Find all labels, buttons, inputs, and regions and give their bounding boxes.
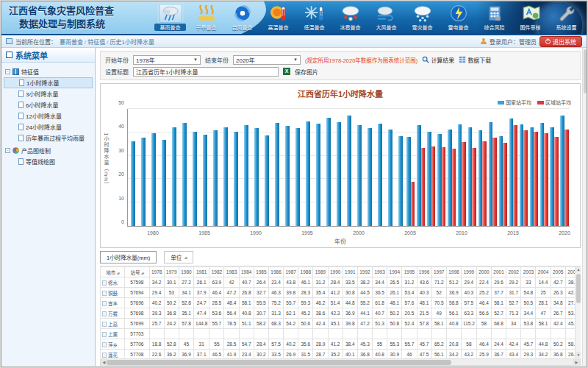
col-header-year[interactable]: 1998 — [446, 267, 461, 277]
bar-国家站平均-1978 — [131, 141, 135, 226]
expander-icon[interactable]: - — [5, 69, 10, 74]
legend-item[interactable]: 区域站平均 — [537, 99, 571, 106]
page-scroll-thumb[interactable] — [584, 49, 587, 93]
expander-icon[interactable]: - — [5, 148, 10, 153]
table-row[interactable]: 宜丰5769640.250.252.824.728.548.458.155.57… — [101, 298, 581, 308]
nav-item-wrench[interactable]: 系统设置 — [551, 3, 582, 32]
scroll-down-icon[interactable]: ▼ — [576, 352, 581, 358]
table-row[interactable]: 萍乡5770618.852.845315528.554.728.457.540.… — [101, 339, 581, 350]
value-cell — [506, 329, 521, 339]
chart-title-input[interactable] — [133, 67, 279, 77]
col-header-year[interactable]: 1983 — [224, 267, 239, 277]
col-header-year[interactable]: 2001 — [492, 267, 506, 277]
col-header-year[interactable]: 1981 — [194, 267, 209, 277]
v-scroll-thumb[interactable] — [576, 274, 581, 303]
col-header-year[interactable]: 1980 — [179, 267, 193, 277]
col-header-year[interactable]: 1982 — [209, 267, 224, 277]
col-header-year[interactable]: 1990 — [328, 267, 343, 277]
nav-item-lightning[interactable]: 雷电普查 — [442, 3, 474, 32]
col-header-year[interactable]: 1992 — [357, 267, 372, 277]
col-header-year[interactable]: 1984 — [239, 267, 254, 277]
col-header-year[interactable]: 2000 — [476, 267, 491, 277]
sidebar-item-12小时降水量[interactable]: 12小时降水量 — [4, 110, 93, 121]
nav-item-wind[interactable]: 大风普查 — [370, 3, 402, 32]
h-scroll-thumb[interactable] — [107, 360, 451, 365]
col-header-year[interactable]: 1997 — [431, 267, 446, 277]
nav-item-hail[interactable]: 冰雹普查 — [334, 3, 366, 32]
nav-item-low-temp[interactable]: 低温普查 — [298, 3, 330, 32]
station-name-cell[interactable]: 修水 — [101, 277, 125, 288]
col-header-year[interactable]: 1993 — [373, 267, 387, 277]
col-header-year[interactable]: 1994 — [387, 267, 402, 277]
col-header-year[interactable]: 2005 — [551, 267, 565, 277]
scroll-up-icon[interactable]: ▲ — [576, 266, 581, 272]
end-year-select[interactable]: 2020年▼ — [233, 55, 301, 65]
table-row[interactable]: 莲花5770822.636.236.937.146.541.923.430.23… — [101, 350, 581, 358]
col-header-year[interactable]: 1978 — [149, 267, 164, 277]
col-header-year[interactable]: 1989 — [313, 267, 328, 277]
table-row[interactable]: 上栗57703 — [101, 329, 581, 339]
col-header-year[interactable]: 1986 — [268, 267, 283, 277]
tree-group-特征值[interactable]: -特征值 — [4, 66, 93, 77]
calculate-button[interactable]: 计算结果 — [422, 56, 454, 64]
table-horizontal-scrollbar[interactable]: ◀ ▶ — [100, 358, 581, 366]
station-name-cell[interactable]: 万载 — [101, 308, 125, 319]
col-header-year[interactable]: 2003 — [521, 267, 536, 277]
breadcrumb-item[interactable]: 暴雨普查 — [60, 39, 83, 46]
year-slot-2017 — [528, 109, 539, 226]
nav-item-drought[interactable]: 干旱普查 — [190, 3, 222, 32]
sidebar-item-3小时降水量[interactable]: 3小时降水量 — [4, 88, 93, 99]
table-row[interactable]: 铜鼓5769429.45334.137.946.447.226.832.746.… — [101, 288, 581, 298]
col-header-year[interactable]: 1979 — [164, 267, 179, 277]
station-name-cell[interactable]: 上高 — [101, 319, 125, 329]
sidebar-item-24小时降水量[interactable]: 24小时降水量 — [4, 121, 93, 132]
col-header-city[interactable]: 地市 ▴▾ — [101, 267, 125, 277]
col-header-year[interactable]: 1996 — [417, 267, 431, 277]
unit-dropdown[interactable]: 单位 ▴▾ — [164, 251, 193, 263]
sidebar-item-历年暴雨过程平均雨量[interactable]: 历年暴雨过程平均雨量 — [4, 132, 93, 144]
nav-item-snow[interactable]: 雪灾普查 — [406, 3, 438, 32]
station-name-cell[interactable]: 上栗 — [101, 329, 125, 339]
col-header-year[interactable]: 1995 — [402, 267, 417, 277]
breadcrumb-item[interactable]: 特征值 — [87, 39, 105, 46]
sidebar-item-6小时降水量[interactable]: 6小时降水量 — [4, 99, 93, 110]
nav-item-map[interactable]: 图件审核 — [514, 3, 546, 32]
nav-item-high-temp[interactable]: 高温普查 — [262, 3, 294, 32]
table-row[interactable]: 修水5759834.230.127.226.163.94240.726.423.… — [101, 277, 581, 288]
station-name-cell[interactable]: 宜丰 — [101, 298, 125, 308]
col-header-year[interactable]: 1991 — [343, 267, 357, 277]
scroll-right-icon[interactable]: ▶ — [573, 359, 580, 366]
station-name-cell[interactable]: 萍乡 — [101, 339, 125, 350]
year-slot-2008 — [437, 109, 447, 226]
col-header-year[interactable]: 1985 — [254, 267, 268, 277]
tree-group-产品图绘制[interactable]: -产品图绘制 — [4, 145, 93, 156]
col-header-year[interactable]: 2002 — [506, 267, 521, 277]
nav-item-typhoon[interactable]: 台风普查 — [226, 3, 258, 32]
value-cell: 57.8 — [179, 319, 193, 329]
table-row[interactable]: 上高5769925.724.257.8144.855.778.551.158.2… — [101, 319, 581, 329]
sidebar-item-等值线绘图[interactable]: 等值线绘图 — [4, 156, 93, 167]
nav-item-rainstorm[interactable]: 暴雨普查 — [154, 3, 186, 32]
breadcrumb-item[interactable]: 历史1小时降水量 — [110, 39, 154, 46]
col-header-year[interactable]: 2004 — [536, 267, 551, 277]
col-header-year[interactable]: 1999 — [461, 267, 476, 277]
page-scrollbar[interactable] — [582, 48, 587, 366]
year-slot-1992 — [272, 109, 282, 226]
legend-item[interactable]: 国家站平均 — [498, 99, 531, 106]
col-header-year[interactable]: 1988 — [298, 267, 313, 277]
nav-item-calculator[interactable]: 综合风险 — [478, 3, 510, 32]
col-header-year[interactable]: 1987 — [284, 267, 298, 277]
col-header-station[interactable]: 站号 ▴▾ — [125, 267, 149, 277]
save-image-button[interactable]: 保存图片 — [295, 68, 318, 76]
station-name-cell[interactable]: 铜鼓 — [101, 288, 125, 298]
start-year-select[interactable]: 1978年▼ — [133, 55, 201, 65]
table-download-icon — [459, 56, 466, 63]
download-button[interactable]: 数据下载 — [459, 56, 491, 64]
table-vertical-scrollbar[interactable]: ▲ ▼ — [575, 266, 581, 358]
sidebar-item-1小时降水量[interactable]: 1小时降水量 — [4, 77, 93, 88]
value-cell: 51.2 — [446, 277, 461, 288]
table-row[interactable]: 万载5769839.336.835.147.453.656.440.830.73… — [101, 308, 581, 319]
logout-button[interactable]: 退出系统 — [539, 36, 582, 47]
table-tab-precip[interactable]: 1小时降水量(mm) — [100, 251, 157, 263]
station-name-cell[interactable]: 莲花 — [101, 350, 125, 358]
